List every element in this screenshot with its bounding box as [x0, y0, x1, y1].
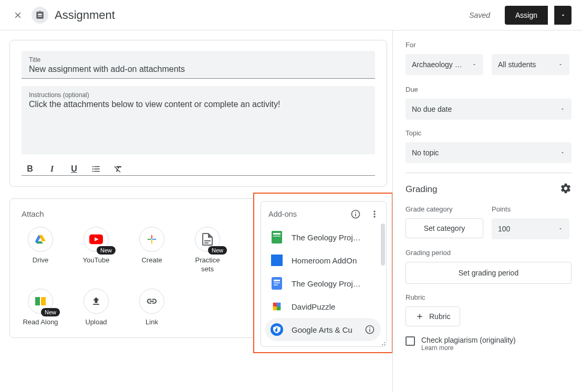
clear-formatting-button[interactable] — [113, 163, 123, 175]
title-field-group[interactable]: Title — [22, 51, 375, 79]
caret-down-icon — [558, 226, 563, 231]
attach-item-link[interactable]: Link — [133, 289, 171, 327]
points-dropdown[interactable]: 100 — [492, 218, 569, 239]
instructions-input[interactable]: Click the attachments below to view cont… — [29, 99, 368, 109]
new-badge: New — [97, 246, 116, 255]
addon-icon — [271, 231, 283, 243]
addons-info-button[interactable] — [348, 207, 363, 221]
bulleted-list-button[interactable] — [91, 163, 101, 175]
topic-label: Topic — [406, 129, 571, 137]
close-button[interactable] — [11, 8, 25, 23]
addon-item[interactable]: DavidPuzzle — [265, 295, 381, 318]
plus-icon — [139, 227, 164, 252]
attach-item-read[interactable]: NewRead Along — [22, 289, 59, 327]
attach-card: Attach DriveNewYouTubeCreateNewPractice … — [9, 198, 387, 338]
attach-item-label: YouTube — [82, 256, 109, 265]
grading-settings-button[interactable] — [560, 183, 571, 196]
plagiarism-label: Check plagiarism (originality) — [421, 336, 516, 344]
resize-handle-icon[interactable] — [379, 339, 385, 345]
addon-item[interactable]: The Geology Proj… — [265, 272, 381, 295]
svg-point-8 — [271, 323, 283, 336]
learn-more-link[interactable]: Learn more — [421, 344, 516, 352]
caret-down-icon — [560, 150, 565, 155]
rubric-button[interactable]: Rubric — [406, 306, 460, 326]
header: Assignment Saved Assign — [0, 0, 582, 30]
attach-item-youtube[interactable]: NewYouTube — [77, 227, 115, 274]
attach-grid: DriveNewYouTubeCreateNewPractice setsNew… — [22, 227, 258, 327]
attach-item-label: Upload — [85, 318, 107, 327]
attach-item-drive[interactable]: Drive — [22, 227, 59, 274]
italic-button[interactable]: I — [47, 163, 57, 175]
clear-format-icon — [113, 164, 123, 174]
content-card: Title Instructions (optional) Click the … — [9, 40, 387, 187]
title-input[interactable] — [29, 63, 368, 74]
sidebar: For Archaeology … All students Due No du… — [393, 30, 582, 392]
class-value: Archaeology … — [412, 60, 466, 69]
class-dropdown[interactable]: Archaeology … — [406, 54, 483, 75]
addon-info-button[interactable] — [364, 324, 376, 335]
svg-rect-3 — [273, 236, 280, 237]
addon-item[interactable]: Homeroom AddOn — [265, 249, 381, 272]
addon-label: The Geology Proj… — [292, 233, 376, 242]
main-content: Title Instructions (optional) Click the … — [0, 30, 393, 392]
attach-item-label: Drive — [33, 256, 48, 265]
attach-item-upload[interactable]: Upload — [77, 289, 115, 327]
set-category-button[interactable]: Set category — [406, 218, 483, 238]
plagiarism-checkbox[interactable] — [406, 336, 415, 346]
info-icon — [350, 209, 361, 219]
grading-period-label: Grading period — [406, 249, 571, 257]
formatting-toolbar: B I U — [22, 156, 375, 176]
set-grading-period-button[interactable]: Set grading period — [406, 262, 571, 284]
addons-title: Add-ons — [268, 210, 344, 218]
link-icon — [139, 289, 164, 314]
caret-down-icon — [560, 12, 566, 18]
addon-item[interactable]: The Geology Proj… — [265, 226, 381, 249]
saved-status: Saved — [469, 11, 490, 19]
list-icon — [91, 164, 101, 174]
students-dropdown[interactable]: All students — [492, 54, 569, 75]
addon-icon — [271, 323, 283, 336]
assign-button[interactable]: Assign — [505, 6, 548, 25]
attach-item-label: Read Along — [23, 318, 58, 327]
grade-category-label: Grade category — [406, 205, 483, 213]
plus-icon — [415, 312, 424, 321]
instructions-field-group[interactable]: Instructions (optional) Click the attach… — [22, 86, 375, 154]
svg-rect-2 — [273, 233, 280, 235]
read-icon: New — [28, 289, 53, 314]
addon-icon — [271, 300, 283, 313]
assignment-icon — [32, 7, 48, 24]
due-dropdown[interactable]: No due date — [406, 99, 571, 120]
addon-label: The Geology Proj… — [292, 279, 376, 288]
svg-rect-5 — [274, 280, 280, 281]
svg-rect-7 — [274, 284, 278, 285]
topic-value: No topic — [412, 149, 555, 157]
addon-icon — [271, 254, 283, 267]
addon-icon — [271, 277, 283, 290]
addons-more-button[interactable] — [367, 207, 382, 221]
attach-item-plus[interactable]: Create — [133, 227, 171, 274]
doc-icon: New — [195, 227, 220, 252]
attach-item-doc[interactable]: NewPractice sets — [189, 227, 226, 274]
attach-item-label: Practice sets — [189, 256, 226, 274]
youtube-icon: New — [84, 227, 109, 252]
rubric-button-label: Rubric — [429, 312, 450, 321]
due-label: Due — [406, 86, 571, 93]
new-badge: New — [208, 246, 227, 255]
attach-item-label: Create — [141, 256, 162, 265]
bold-button[interactable]: B — [25, 163, 35, 175]
assign-dropdown-arrow[interactable] — [554, 6, 571, 25]
addons-panel: Add-ons The Geology Proj…Homeroom AddOnT… — [261, 201, 387, 347]
underline-button[interactable]: U — [69, 163, 79, 175]
for-label: For — [406, 41, 571, 49]
addons-list: The Geology Proj…Homeroom AddOnThe Geolo… — [261, 225, 386, 346]
drive-icon — [28, 227, 53, 252]
caret-down-icon — [558, 62, 563, 67]
addon-item[interactable]: Google Arts & Cu — [265, 318, 381, 341]
grading-title: Grading — [406, 184, 437, 195]
addons-scrollbar[interactable] — [381, 224, 385, 266]
addons-highlight-box: Add-ons The Geology Proj…Homeroom AddOnT… — [253, 193, 393, 353]
rubric-label: Rubric — [406, 293, 571, 301]
more-vert-icon — [369, 209, 380, 219]
addon-label: Google Arts & Cu — [292, 325, 356, 334]
topic-dropdown[interactable]: No topic — [406, 142, 571, 163]
